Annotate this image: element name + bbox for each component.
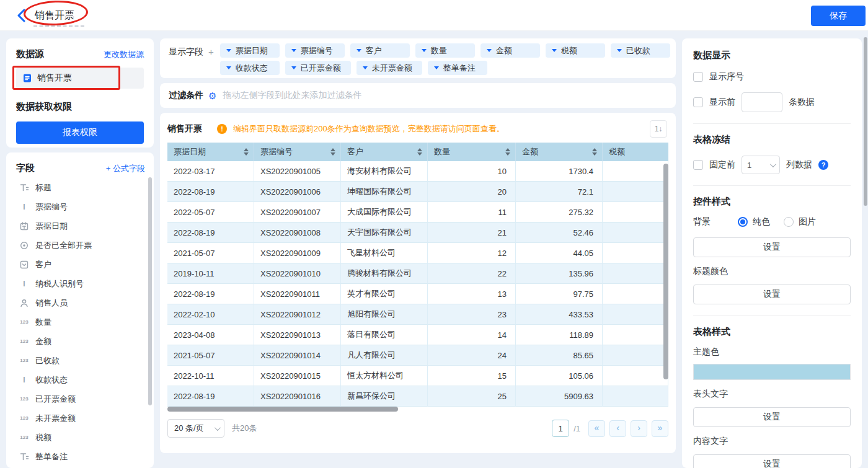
content-text-set-button[interactable]: 设置 <box>693 454 851 468</box>
row-count-input[interactable] <box>742 92 782 112</box>
sorter-icon[interactable] <box>330 148 335 156</box>
field-item[interactable]: 整单备注 <box>16 447 145 466</box>
chip-label: 整单备注 <box>443 63 476 74</box>
table-header-cell[interactable]: 客户 <box>341 143 428 161</box>
chip-label: 税额 <box>561 45 577 56</box>
display-field-chip[interactable]: 已开票金额 <box>285 61 351 75</box>
display-field-chip[interactable]: 金额 <box>480 43 540 58</box>
title-color-set-button[interactable]: 设置 <box>693 285 851 304</box>
text-icon: I <box>19 280 30 288</box>
field-item[interactable]: I收款状态 <box>16 370 145 389</box>
field-item[interactable]: 票据日期 <box>16 216 145 236</box>
field-item-label: 票据编号 <box>35 201 68 213</box>
solid-color-radio[interactable] <box>738 217 748 227</box>
field-item[interactable]: 销售人员 <box>16 293 145 312</box>
add-formula-field-link[interactable]: + 公式字段 <box>106 163 145 174</box>
help-icon[interactable]: ? <box>818 160 828 170</box>
gear-icon[interactable]: ⚙ <box>208 91 216 100</box>
field-item[interactable]: 标题 <box>16 178 145 197</box>
sorter-icon[interactable] <box>417 148 422 156</box>
display-field-chip[interactable]: 未开票金额 <box>356 61 422 75</box>
field-item-label: 已开票金额 <box>35 394 76 405</box>
change-datasource-link[interactable]: 更改数据源 <box>104 49 144 60</box>
table-cell <box>603 284 668 304</box>
chip-label: 未开票金额 <box>372 63 412 74</box>
table-row: 2022-08-19XS20220901016新昌环保公司255909.63 <box>167 386 668 407</box>
field-item[interactable]: 123未开票金额 <box>16 408 145 428</box>
field-item[interactable]: 123数量 <box>16 312 145 332</box>
report-permission-button[interactable]: 报表权限 <box>16 121 144 144</box>
first-page-icon[interactable]: « <box>588 420 605 437</box>
field-item-label: 客户 <box>35 259 51 270</box>
table-cell: 13 <box>428 284 516 304</box>
image-radio[interactable] <box>784 217 794 227</box>
show-first-checkbox[interactable] <box>693 97 703 107</box>
field-item[interactable]: 123税额 <box>16 428 145 447</box>
table-header-cell[interactable]: 金额 <box>516 143 603 161</box>
table-header-cell[interactable]: 票据日期 <box>167 143 254 161</box>
table-cell: 25 <box>428 386 516 407</box>
datasource-item[interactable]: 销售开票 <box>16 68 144 89</box>
page-size-select[interactable]: 20 条/页 <box>167 419 224 438</box>
style-panel: 数据显示 显示序号 显示前 条数据 表格冻结 固定前 1 列数据 ? 控件样式 … <box>682 38 862 468</box>
table-cell: 20 <box>428 182 516 202</box>
field-item[interactable]: 客户 <box>16 255 145 274</box>
field-item-label: 销售人员 <box>35 298 68 309</box>
display-field-chip[interactable]: 已收款 <box>611 43 670 58</box>
table-cell: XS20220901008 <box>254 223 341 243</box>
save-button[interactable]: 保存 <box>811 6 866 26</box>
chevron-down-icon <box>422 49 427 52</box>
display-field-chip[interactable]: 收款状态 <box>220 61 280 75</box>
freeze-columns-checkbox[interactable] <box>693 160 703 170</box>
table-cell: 15 <box>428 366 516 386</box>
table-header-cell[interactable]: 数量 <box>428 143 516 161</box>
display-field-chip[interactable]: 数量 <box>415 43 475 58</box>
sorter-icon[interactable] <box>244 148 249 156</box>
next-page-icon[interactable]: › <box>631 420 647 437</box>
display-field-chip[interactable]: 税额 <box>546 43 605 58</box>
show-index-checkbox[interactable] <box>693 72 703 82</box>
freeze-count-select[interactable]: 1 <box>742 156 780 174</box>
table-row: 2023-04-08XS20220901013落日有限公司14118.89 <box>167 325 668 345</box>
display-field-chip[interactable]: 票据日期 <box>220 43 280 58</box>
sorter-icon[interactable] <box>505 148 510 156</box>
page-scrollbar[interactable] <box>864 37 867 206</box>
theme-color-swatch[interactable] <box>693 364 851 380</box>
chip-label: 客户 <box>366 45 382 56</box>
add-display-field-icon[interactable]: + <box>208 46 214 57</box>
table-cell: 12 <box>428 243 516 263</box>
background-set-button[interactable]: 设置 <box>693 237 851 257</box>
display-field-chip[interactable]: 客户 <box>350 43 410 58</box>
back-icon[interactable] <box>16 9 29 22</box>
table-cell: 大成国际有限公司 <box>341 202 428 223</box>
field-item[interactable]: I纳税人识别号 <box>16 274 145 293</box>
chevron-down-icon <box>291 49 296 52</box>
field-item[interactable]: I票据编号 <box>16 197 145 216</box>
table-cell: 14 <box>428 325 516 345</box>
field-item[interactable]: 是否已全部开票 <box>16 236 145 255</box>
display-field-chip[interactable]: 整单备注 <box>428 61 487 75</box>
display-field-chip[interactable]: 票据编号 <box>285 43 345 58</box>
table-cell: 2022-08-19 <box>167 386 254 407</box>
table-horizontal-scrollbar[interactable] <box>167 407 398 412</box>
table-cell: 2023-04-08 <box>167 325 254 345</box>
field-item[interactable]: 123已收款 <box>16 351 145 370</box>
chevron-down-icon <box>363 66 368 69</box>
page-title[interactable]: 销售开票 <box>35 9 74 22</box>
table-vertical-scrollbar[interactable] <box>663 164 668 379</box>
table-header-cell[interactable]: 票据编号 <box>254 143 341 161</box>
header-text-set-button[interactable]: 设置 <box>693 407 851 427</box>
last-page-icon[interactable]: » <box>652 420 668 437</box>
sort-order-icon[interactable]: 1↓ <box>650 120 667 138</box>
table-cell: 11 <box>428 202 516 223</box>
current-page-box[interactable]: 1 <box>552 420 569 437</box>
field-item[interactable]: 123已开票金额 <box>16 389 145 408</box>
content-text-label: 内容文字 <box>693 436 851 447</box>
table-row: 2021-05-07XS20220901014凡人有限公司2485.65 <box>167 345 668 366</box>
field-item-label: 标题 <box>35 182 51 193</box>
fields-scrollbar[interactable] <box>148 177 152 405</box>
field-item[interactable]: 123金额 <box>16 332 145 351</box>
prev-page-icon[interactable]: ‹ <box>609 420 626 437</box>
table-header-cell[interactable]: 税额 <box>603 143 668 161</box>
sorter-icon[interactable] <box>592 148 597 156</box>
